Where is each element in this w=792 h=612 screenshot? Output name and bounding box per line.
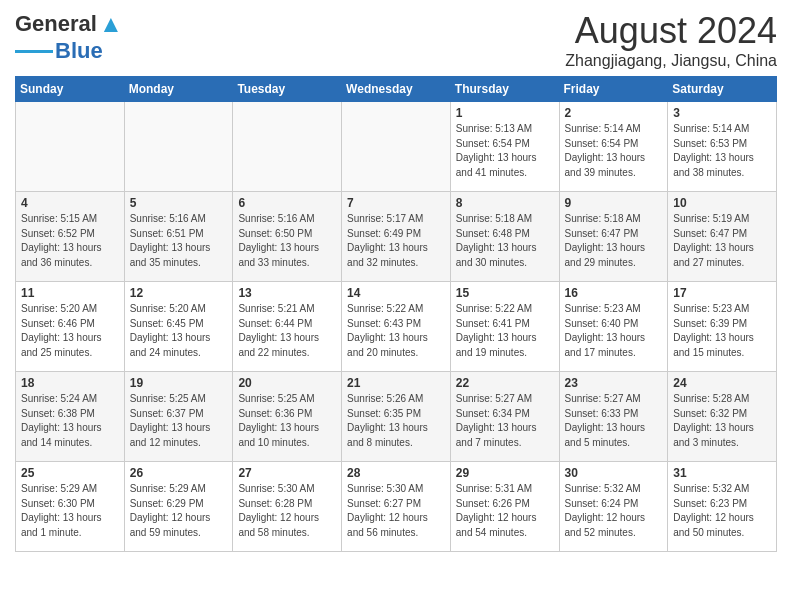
day-info: Sunrise: 5:27 AM Sunset: 6:33 PM Dayligh…: [565, 392, 663, 450]
day-info: Sunrise: 5:19 AM Sunset: 6:47 PM Dayligh…: [673, 212, 771, 270]
day-number: 31: [673, 466, 771, 480]
day-number: 14: [347, 286, 445, 300]
day-info: Sunrise: 5:18 AM Sunset: 6:47 PM Dayligh…: [565, 212, 663, 270]
month-year-title: August 2024: [565, 10, 777, 52]
day-info: Sunrise: 5:28 AM Sunset: 6:32 PM Dayligh…: [673, 392, 771, 450]
logo-blue-text: Blue: [55, 38, 103, 64]
day-number: 28: [347, 466, 445, 480]
day-info: Sunrise: 5:16 AM Sunset: 6:51 PM Dayligh…: [130, 212, 228, 270]
table-cell: 7Sunrise: 5:17 AM Sunset: 6:49 PM Daylig…: [342, 192, 451, 282]
table-cell: 23Sunrise: 5:27 AM Sunset: 6:33 PM Dayli…: [559, 372, 668, 462]
table-cell: 5Sunrise: 5:16 AM Sunset: 6:51 PM Daylig…: [124, 192, 233, 282]
day-info: Sunrise: 5:27 AM Sunset: 6:34 PM Dayligh…: [456, 392, 554, 450]
day-number: 23: [565, 376, 663, 390]
day-info: Sunrise: 5:29 AM Sunset: 6:29 PM Dayligh…: [130, 482, 228, 540]
table-cell: 19Sunrise: 5:25 AM Sunset: 6:37 PM Dayli…: [124, 372, 233, 462]
table-cell: 10Sunrise: 5:19 AM Sunset: 6:47 PM Dayli…: [668, 192, 777, 282]
day-info: Sunrise: 5:31 AM Sunset: 6:26 PM Dayligh…: [456, 482, 554, 540]
day-info: Sunrise: 5:25 AM Sunset: 6:37 PM Dayligh…: [130, 392, 228, 450]
day-info: Sunrise: 5:13 AM Sunset: 6:54 PM Dayligh…: [456, 122, 554, 180]
day-number: 3: [673, 106, 771, 120]
table-cell: 11Sunrise: 5:20 AM Sunset: 6:46 PM Dayli…: [16, 282, 125, 372]
table-cell: 2Sunrise: 5:14 AM Sunset: 6:54 PM Daylig…: [559, 102, 668, 192]
day-info: Sunrise: 5:21 AM Sunset: 6:44 PM Dayligh…: [238, 302, 336, 360]
table-cell: 6Sunrise: 5:16 AM Sunset: 6:50 PM Daylig…: [233, 192, 342, 282]
day-number: 29: [456, 466, 554, 480]
day-number: 9: [565, 196, 663, 210]
logo-bird-icon: ▲: [99, 10, 123, 38]
table-cell: 30Sunrise: 5:32 AM Sunset: 6:24 PM Dayli…: [559, 462, 668, 552]
day-number: 15: [456, 286, 554, 300]
day-number: 18: [21, 376, 119, 390]
day-info: Sunrise: 5:15 AM Sunset: 6:52 PM Dayligh…: [21, 212, 119, 270]
week-row-3: 11Sunrise: 5:20 AM Sunset: 6:46 PM Dayli…: [16, 282, 777, 372]
week-row-1: 1Sunrise: 5:13 AM Sunset: 6:54 PM Daylig…: [16, 102, 777, 192]
table-cell: 1Sunrise: 5:13 AM Sunset: 6:54 PM Daylig…: [450, 102, 559, 192]
day-number: 4: [21, 196, 119, 210]
day-info: Sunrise: 5:30 AM Sunset: 6:28 PM Dayligh…: [238, 482, 336, 540]
day-info: Sunrise: 5:14 AM Sunset: 6:53 PM Dayligh…: [673, 122, 771, 180]
table-cell: 31Sunrise: 5:32 AM Sunset: 6:23 PM Dayli…: [668, 462, 777, 552]
day-info: Sunrise: 5:20 AM Sunset: 6:46 PM Dayligh…: [21, 302, 119, 360]
week-row-2: 4Sunrise: 5:15 AM Sunset: 6:52 PM Daylig…: [16, 192, 777, 282]
table-cell: 3Sunrise: 5:14 AM Sunset: 6:53 PM Daylig…: [668, 102, 777, 192]
table-cell: [124, 102, 233, 192]
day-info: Sunrise: 5:22 AM Sunset: 6:43 PM Dayligh…: [347, 302, 445, 360]
logo-general-text: General: [15, 11, 97, 37]
table-cell: 18Sunrise: 5:24 AM Sunset: 6:38 PM Dayli…: [16, 372, 125, 462]
day-info: Sunrise: 5:25 AM Sunset: 6:36 PM Dayligh…: [238, 392, 336, 450]
calendar-table: SundayMondayTuesdayWednesdayThursdayFrid…: [15, 76, 777, 552]
header-thursday: Thursday: [450, 77, 559, 102]
header-sunday: Sunday: [16, 77, 125, 102]
table-cell: 22Sunrise: 5:27 AM Sunset: 6:34 PM Dayli…: [450, 372, 559, 462]
day-number: 13: [238, 286, 336, 300]
location-subtitle: Zhangjiagang, Jiangsu, China: [565, 52, 777, 70]
header-saturday: Saturday: [668, 77, 777, 102]
table-cell: 4Sunrise: 5:15 AM Sunset: 6:52 PM Daylig…: [16, 192, 125, 282]
day-info: Sunrise: 5:17 AM Sunset: 6:49 PM Dayligh…: [347, 212, 445, 270]
header-wednesday: Wednesday: [342, 77, 451, 102]
day-number: 30: [565, 466, 663, 480]
day-number: 27: [238, 466, 336, 480]
table-cell: 20Sunrise: 5:25 AM Sunset: 6:36 PM Dayli…: [233, 372, 342, 462]
logo: General ▲ Blue: [15, 10, 123, 64]
table-cell: 15Sunrise: 5:22 AM Sunset: 6:41 PM Dayli…: [450, 282, 559, 372]
day-number: 7: [347, 196, 445, 210]
table-cell: 21Sunrise: 5:26 AM Sunset: 6:35 PM Dayli…: [342, 372, 451, 462]
day-info: Sunrise: 5:14 AM Sunset: 6:54 PM Dayligh…: [565, 122, 663, 180]
day-number: 8: [456, 196, 554, 210]
day-number: 26: [130, 466, 228, 480]
table-cell: 14Sunrise: 5:22 AM Sunset: 6:43 PM Dayli…: [342, 282, 451, 372]
day-number: 6: [238, 196, 336, 210]
day-number: 25: [21, 466, 119, 480]
day-number: 20: [238, 376, 336, 390]
header-monday: Monday: [124, 77, 233, 102]
day-info: Sunrise: 5:16 AM Sunset: 6:50 PM Dayligh…: [238, 212, 336, 270]
day-info: Sunrise: 5:20 AM Sunset: 6:45 PM Dayligh…: [130, 302, 228, 360]
day-info: Sunrise: 5:24 AM Sunset: 6:38 PM Dayligh…: [21, 392, 119, 450]
table-cell: 28Sunrise: 5:30 AM Sunset: 6:27 PM Dayli…: [342, 462, 451, 552]
table-cell: 17Sunrise: 5:23 AM Sunset: 6:39 PM Dayli…: [668, 282, 777, 372]
day-number: 21: [347, 376, 445, 390]
table-cell: 29Sunrise: 5:31 AM Sunset: 6:26 PM Dayli…: [450, 462, 559, 552]
day-number: 22: [456, 376, 554, 390]
day-number: 1: [456, 106, 554, 120]
table-cell: 25Sunrise: 5:29 AM Sunset: 6:30 PM Dayli…: [16, 462, 125, 552]
header: General ▲ Blue August 2024 Zhangjiagang,…: [15, 10, 777, 70]
day-info: Sunrise: 5:29 AM Sunset: 6:30 PM Dayligh…: [21, 482, 119, 540]
table-cell: 24Sunrise: 5:28 AM Sunset: 6:32 PM Dayli…: [668, 372, 777, 462]
day-number: 11: [21, 286, 119, 300]
week-row-4: 18Sunrise: 5:24 AM Sunset: 6:38 PM Dayli…: [16, 372, 777, 462]
header-friday: Friday: [559, 77, 668, 102]
table-cell: 27Sunrise: 5:30 AM Sunset: 6:28 PM Dayli…: [233, 462, 342, 552]
day-number: 16: [565, 286, 663, 300]
table-cell: 16Sunrise: 5:23 AM Sunset: 6:40 PM Dayli…: [559, 282, 668, 372]
day-number: 19: [130, 376, 228, 390]
header-tuesday: Tuesday: [233, 77, 342, 102]
day-info: Sunrise: 5:26 AM Sunset: 6:35 PM Dayligh…: [347, 392, 445, 450]
table-cell: 8Sunrise: 5:18 AM Sunset: 6:48 PM Daylig…: [450, 192, 559, 282]
day-header-row: SundayMondayTuesdayWednesdayThursdayFrid…: [16, 77, 777, 102]
logo-line: [15, 50, 53, 53]
day-number: 24: [673, 376, 771, 390]
table-cell: 9Sunrise: 5:18 AM Sunset: 6:47 PM Daylig…: [559, 192, 668, 282]
